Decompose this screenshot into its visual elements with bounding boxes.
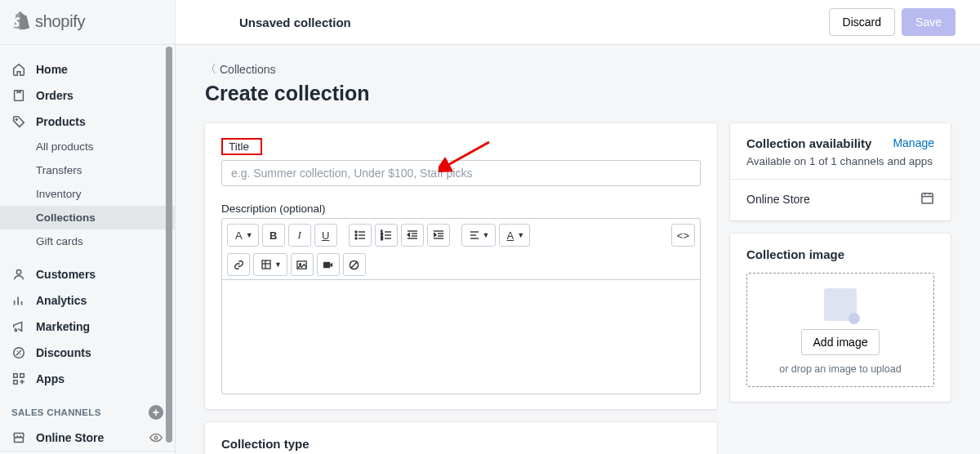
discounts-icon <box>11 345 26 360</box>
save-button[interactable]: Save <box>902 8 956 36</box>
topbar-actions: Discard Save <box>829 8 956 36</box>
availability-header: Collection availability <box>746 136 871 150</box>
rte-image-button[interactable] <box>291 253 314 276</box>
nav-marketing[interactable]: Marketing <box>0 314 175 340</box>
svg-point-12 <box>355 234 357 236</box>
nav-discounts[interactable]: Discounts <box>0 340 175 366</box>
rte-color-dropdown[interactable]: A▼ <box>499 224 531 247</box>
brand-name: shopify <box>35 12 85 31</box>
channel-name: Online Store <box>746 193 810 206</box>
nav-transfers[interactable]: Transfers <box>0 158 175 182</box>
description-label: Description (optional) <box>221 203 701 215</box>
svg-rect-5 <box>20 374 24 378</box>
rte-link-button[interactable] <box>227 253 250 276</box>
nav-all-products[interactable]: All products <box>0 135 175 158</box>
breadcrumb-label: Collections <box>220 63 275 76</box>
manage-link[interactable]: Manage <box>893 136 934 149</box>
customers-icon <box>11 267 26 282</box>
svg-rect-34 <box>262 260 270 269</box>
discard-button[interactable]: Discard <box>829 8 895 36</box>
sidebar: shopify Home Orders Products All product… <box>0 0 176 454</box>
svg-point-11 <box>355 231 357 233</box>
svg-point-13 <box>355 238 357 239</box>
title-input[interactable] <box>221 160 701 186</box>
nav-products[interactable]: Products <box>0 109 175 135</box>
rte-outdent-button[interactable] <box>401 224 424 247</box>
availability-card: Collection availability Manage Available… <box>730 123 951 220</box>
analytics-icon <box>11 293 26 308</box>
svg-point-7 <box>154 436 158 439</box>
svg-point-1 <box>16 118 17 120</box>
rte-align-dropdown[interactable]: ▼ <box>461 224 496 247</box>
title-desc-card: Title Description (optional) A▼ B <box>205 123 717 409</box>
svg-rect-42 <box>922 194 933 203</box>
nav-orders[interactable]: Orders <box>0 82 175 109</box>
svg-rect-39 <box>323 261 330 267</box>
rte-code-view-button[interactable]: <> <box>671 224 695 247</box>
add-channel-button[interactable]: + <box>149 405 163 420</box>
home-icon <box>11 62 26 77</box>
rte-format-dropdown[interactable]: A▼ <box>227 224 259 247</box>
title-label-highlight: Title <box>221 138 262 155</box>
svg-point-38 <box>300 263 301 265</box>
brand: shopify <box>0 0 175 45</box>
scrollbar[interactable] <box>166 47 172 443</box>
shopify-logo-icon <box>12 11 30 31</box>
nav-inventory[interactable]: Inventory <box>0 182 175 206</box>
products-icon <box>11 114 26 129</box>
rte-number-list-button[interactable]: 123 <box>375 224 398 247</box>
collection-image-card: Collection image Add image or drop an im… <box>730 234 951 402</box>
store-icon <box>11 430 26 445</box>
rte-clear-format-button[interactable] <box>343 253 366 276</box>
chevron-left-icon: 〈 <box>205 62 216 77</box>
nav-gift-cards[interactable]: Gift cards <box>0 229 175 253</box>
description-editor[interactable] <box>221 280 701 394</box>
nav-analytics[interactable]: Analytics <box>0 287 175 314</box>
svg-text:3: 3 <box>381 236 383 241</box>
svg-point-2 <box>16 270 20 274</box>
image-dropzone[interactable]: Add image or drop an image to upload <box>746 273 934 387</box>
nav-collections[interactable]: Collections <box>0 206 175 229</box>
svg-rect-4 <box>14 374 18 378</box>
nav-apps[interactable]: Apps <box>0 366 175 392</box>
settings-section: Settings <box>0 451 175 454</box>
view-store-icon[interactable] <box>149 430 163 445</box>
collection-type-header: Collection type <box>221 437 701 451</box>
apps-icon <box>11 372 26 386</box>
breadcrumb[interactable]: 〈 Collections <box>205 62 275 77</box>
image-placeholder-icon <box>824 288 857 321</box>
rte-underline-button[interactable]: U <box>314 224 337 247</box>
title-label: Title <box>229 140 249 153</box>
main-nav: Home Orders Products All products Transf… <box>0 45 175 451</box>
drop-hint: or drop an image to upload <box>752 363 929 375</box>
rte-bold-button[interactable]: B <box>262 224 285 247</box>
sales-channels-header: SALES CHANNELS + <box>0 392 175 425</box>
svg-rect-6 <box>14 381 18 385</box>
main: Unsaved collection Discard Save 〈 Collec… <box>176 0 980 454</box>
rte-italic-button[interactable]: I <box>288 224 311 247</box>
nav-orders-label: Orders <box>36 89 74 102</box>
channel-row: Online Store <box>730 180 951 220</box>
unsaved-status: Unsaved collection <box>239 16 351 29</box>
availability-subtitle: Available on 1 of 1 channels and apps <box>730 155 951 179</box>
nav-products-label: Products <box>36 115 86 128</box>
collection-type-card: Collection type <box>205 422 717 454</box>
content: 〈 Collections Create collection Title <box>176 45 980 454</box>
svg-line-41 <box>351 261 357 267</box>
rte-video-button[interactable] <box>317 253 340 276</box>
orders-icon <box>11 88 26 103</box>
rte-indent-button[interactable] <box>427 224 450 247</box>
rte-bullet-list-button[interactable] <box>349 224 372 247</box>
rte-toolbar: A▼ B I U 123 ▼ <box>221 218 701 280</box>
marketing-icon <box>11 319 26 334</box>
calendar-icon[interactable] <box>920 191 934 207</box>
nav-customers[interactable]: Customers <box>0 261 175 287</box>
rte-table-dropdown[interactable]: ▼ <box>253 253 287 276</box>
page-title: Create collection <box>205 82 951 105</box>
add-image-button[interactable]: Add image <box>801 329 880 355</box>
nav-home[interactable]: Home <box>0 56 175 82</box>
nav-online-store[interactable]: Online Store <box>0 425 175 451</box>
nav-home-label: Home <box>36 63 68 76</box>
topbar: Unsaved collection Discard Save <box>176 0 980 45</box>
collection-image-header: Collection image <box>730 234 951 261</box>
